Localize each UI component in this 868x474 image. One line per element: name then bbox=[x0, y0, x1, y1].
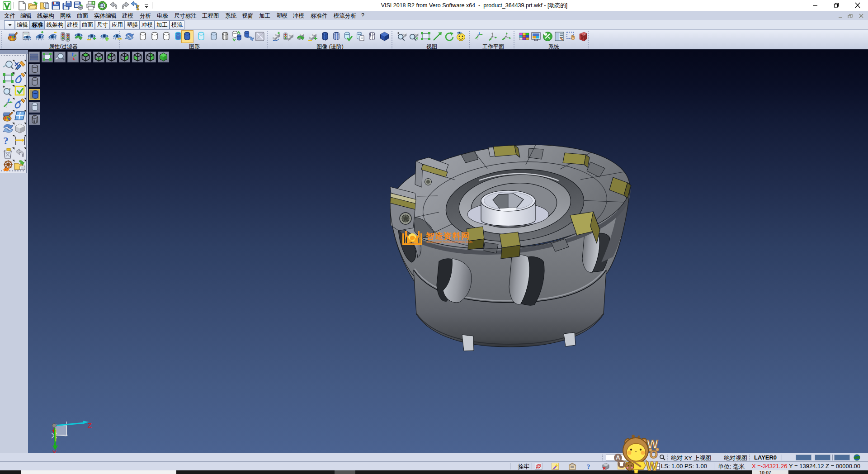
svg-text:W: W bbox=[646, 459, 658, 473]
svg-text:INTELLIGENT MANUFACTURING DATA: INTELLIGENT MANUFACTURING DATA bbox=[426, 241, 472, 243]
svg-text:Z: Z bbox=[88, 422, 92, 430]
svg-text:?: ? bbox=[587, 463, 590, 470]
svg-text:智造资料网: 智造资料网 bbox=[425, 232, 470, 241]
